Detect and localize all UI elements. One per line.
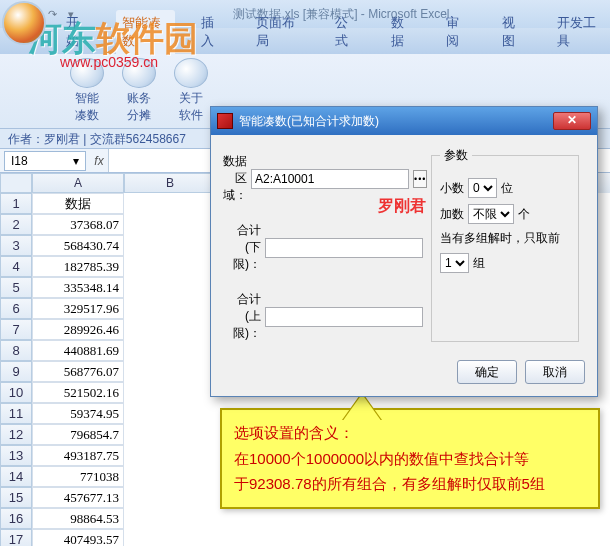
tab-view[interactable]: 视图 xyxy=(496,10,532,54)
ribbon-label: 关于 xyxy=(179,90,203,107)
tab-formulas[interactable]: 公式 xyxy=(329,10,365,54)
row-header[interactable]: 11 xyxy=(0,403,32,424)
ribbon-label: 分摊 xyxy=(127,107,151,124)
cell[interactable]: 数据 xyxy=(32,193,124,214)
cell[interactable]: 329517.96 xyxy=(32,298,124,319)
decimal-select[interactable]: 0 xyxy=(468,178,497,198)
ribbon-label: 凑数 xyxy=(75,107,99,124)
row-header[interactable]: 16 xyxy=(0,508,32,529)
row-header[interactable]: 10 xyxy=(0,382,32,403)
tab-addon[interactable]: 智能凑数 xyxy=(116,10,175,54)
note-text: 当有多组解时，只取前 xyxy=(440,230,570,247)
fieldset-legend: 参数 xyxy=(440,147,472,164)
row-header[interactable]: 1 xyxy=(0,193,32,214)
cell[interactable]: 568776.07 xyxy=(32,361,124,382)
cell[interactable]: 440881.69 xyxy=(32,340,124,361)
ok-button[interactable]: 确定 xyxy=(457,360,517,384)
cell[interactable]: 796854.7 xyxy=(32,424,124,445)
range-label: 数据区域： xyxy=(223,153,247,204)
tab-insert[interactable]: 插入 xyxy=(195,10,231,54)
site-url: www.pc0359.cn xyxy=(60,54,158,70)
ribbon-btn-about[interactable]: 关于 软件 xyxy=(168,58,214,124)
row-header[interactable]: 9 xyxy=(0,361,32,382)
smart-sum-dialog: 智能凑数(已知合计求加数) ✕ 数据区域： ••• 合计 (下限)： 合计 (上… xyxy=(210,106,598,397)
callout-line: 于92308.78的所有组合，有多组解时仅取前5组 xyxy=(234,471,586,497)
dialog-titlebar[interactable]: 智能凑数(已知合计求加数) ✕ xyxy=(211,107,597,135)
decimal-unit: 位 xyxy=(501,180,513,197)
tab-data[interactable]: 数据 xyxy=(385,10,421,54)
row-header[interactable]: 5 xyxy=(0,277,32,298)
ribbon-label: 智能 xyxy=(75,90,99,107)
params-fieldset: 参数 小数 0 位 加数 不限 个 当有多组解时，只取前 1 组 xyxy=(431,147,579,342)
app-cube-icon xyxy=(217,113,233,129)
col-header[interactable]: B xyxy=(124,173,216,193)
dialog-title-text: 智能凑数(已知合计求加数) xyxy=(239,113,379,130)
cell[interactable]: 771038 xyxy=(32,466,124,487)
row-header[interactable]: 13 xyxy=(0,445,32,466)
close-button[interactable]: ✕ xyxy=(553,112,591,130)
tab-review[interactable]: 审阅 xyxy=(440,10,476,54)
row-header[interactable]: 3 xyxy=(0,235,32,256)
row-header[interactable]: 4 xyxy=(0,256,32,277)
row-header[interactable]: 7 xyxy=(0,319,32,340)
row-header[interactable]: 8 xyxy=(0,340,32,361)
row-header[interactable]: 15 xyxy=(0,487,32,508)
tab-home[interactable]: 开始 xyxy=(60,10,96,54)
office-button[interactable] xyxy=(2,1,46,45)
upper-label: 合计 (上限)： xyxy=(223,291,261,342)
lower-input[interactable] xyxy=(265,238,423,258)
decimal-label: 小数 xyxy=(440,180,464,197)
row-header[interactable]: 2 xyxy=(0,214,32,235)
cell[interactable]: 457677.13 xyxy=(32,487,124,508)
row-header[interactable]: 17 xyxy=(0,529,32,546)
ribbon-tab-strip: 开始 智能凑数 插入 页面布局 公式 数据 审阅 视图 开发工具 xyxy=(0,28,610,54)
col-header[interactable]: A xyxy=(32,173,124,193)
select-all-corner[interactable] xyxy=(0,173,32,193)
range-picker-button[interactable]: ••• xyxy=(413,170,427,188)
explanation-callout: 选项设置的含义： 在10000个1000000以内的数值中查找合计等 于9230… xyxy=(220,408,600,509)
tab-page-layout[interactable]: 页面布局 xyxy=(250,10,309,54)
callout-line: 在10000个1000000以内的数值中查找合计等 xyxy=(234,446,586,472)
cell[interactable]: 407493.57 xyxy=(32,529,124,546)
cell[interactable]: 37368.07 xyxy=(32,214,124,235)
callout-line: 选项设置的含义： xyxy=(234,420,586,446)
cell[interactable]: 521502.16 xyxy=(32,382,124,403)
cell[interactable]: 59374.95 xyxy=(32,403,124,424)
cell[interactable]: 568430.74 xyxy=(32,235,124,256)
ribbon-label: 软件 xyxy=(179,107,203,124)
row-header[interactable]: 6 xyxy=(0,298,32,319)
group-select[interactable]: 1 xyxy=(440,253,469,273)
row-header[interactable]: 14 xyxy=(0,466,32,487)
cell[interactable]: 98864.53 xyxy=(32,508,124,529)
cell[interactable]: 493187.75 xyxy=(32,445,124,466)
cell[interactable]: 335348.14 xyxy=(32,277,124,298)
dropdown-icon[interactable]: ▾ xyxy=(73,154,79,168)
add-label: 加数 xyxy=(440,206,464,223)
name-box-value: I18 xyxy=(11,154,28,168)
cell[interactable]: 289926.46 xyxy=(32,319,124,340)
lower-label: 合计 (下限)： xyxy=(223,222,261,273)
redo-icon[interactable]: ↷ xyxy=(44,6,60,22)
add-select[interactable]: 不限 xyxy=(468,204,514,224)
add-unit: 个 xyxy=(518,206,530,223)
name-box[interactable]: I18 ▾ xyxy=(4,151,86,171)
ribbon-label: 账务 xyxy=(127,90,151,107)
tab-developer[interactable]: 开发工具 xyxy=(551,10,610,54)
cell[interactable]: 182785.39 xyxy=(32,256,124,277)
cancel-button[interactable]: 取消 xyxy=(525,360,585,384)
fx-icon[interactable]: fx xyxy=(90,154,108,168)
upper-input[interactable] xyxy=(265,307,423,327)
cd-icon xyxy=(174,58,208,88)
row-header[interactable]: 12 xyxy=(0,424,32,445)
range-input[interactable] xyxy=(251,169,409,189)
group-unit: 组 xyxy=(473,255,485,272)
